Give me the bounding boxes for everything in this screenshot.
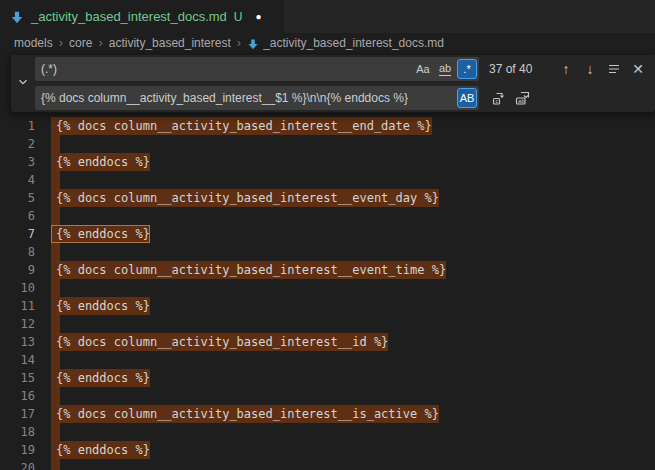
arrow-down-icon: ↓ [587,61,594,77]
breadcrumb-item-file[interactable]: _activity_based_interest_docs.md [247,36,444,50]
previous-match-button[interactable]: ↑ [555,58,577,80]
line-number: 17 [0,405,35,423]
editor-line[interactable]: 9{% docs column__activity_based_interest… [0,261,655,279]
find-input-value: (.*) [35,62,411,76]
editor-line[interactable]: 19{% enddocs %} [0,441,655,459]
editor-line[interactable]: 12 [0,315,655,333]
svg-text:ab: ab [518,98,525,104]
svg-text:c: c [495,98,498,104]
line-number: 16 [0,387,35,405]
editor-line[interactable]: 5{% docs column__activity_based_interest… [0,189,655,207]
find-match-empty-line [51,171,60,189]
line-number: 2 [0,135,35,153]
replace-button[interactable]: c [488,87,510,109]
editor-line[interactable]: 11{% enddocs %} [0,297,655,315]
tab-bar: _activity_based_interest_docs.md U ● [0,0,655,33]
editor-line[interactable]: 18 [0,423,655,441]
line-number: 19 [0,441,35,459]
line-number: 11 [0,297,35,315]
line-number: 8 [0,243,35,261]
line-number: 12 [0,315,35,333]
arrow-up-icon: ↑ [563,61,570,77]
replace-input[interactable]: {% docs column__activity_based_interest_… [35,86,479,110]
editor-line[interactable]: 8 [0,243,655,261]
line-number: 13 [0,333,35,351]
editor-line[interactable]: 1{% docs column__activity_based_interest… [0,117,655,135]
code-lines: 1{% docs column__activity_based_interest… [0,117,655,470]
chevron-down-icon [16,75,30,93]
breadcrumb-item-models[interactable]: models [14,36,53,50]
find-match: {% docs column__activity_based_interest_… [51,117,432,135]
line-number: 18 [0,423,35,441]
replace-all-icon: ab [515,90,531,106]
markdown-icon [247,38,259,50]
editor-line[interactable]: 3{% enddocs %} [0,153,655,171]
find-input[interactable]: (.*) Aa ab .* [35,57,479,81]
editor-line[interactable]: 14 [0,351,655,369]
toggle-replace-button[interactable] [11,55,35,112]
editor-line[interactable]: 2 [0,135,655,153]
breadcrumb-item-activity-based-interest[interactable]: activity_based_interest [109,36,231,50]
editor-line[interactable]: 17{% docs column__activity_based_interes… [0,405,655,423]
editor-line[interactable]: 10 [0,279,655,297]
find-match-empty-line [51,423,60,441]
find-row: (.*) Aa ab .* 37 of 40 ↑ ↓ ✕ [35,57,655,81]
editor-line[interactable]: 6 [0,207,655,225]
line-number: 10 [0,279,35,297]
replace-icon: c [491,90,507,106]
find-match: {% enddocs %} [51,153,150,171]
find-match: {% enddocs %} [51,369,150,387]
whole-word-button[interactable]: ab [435,59,455,79]
line-number: 5 [0,189,35,207]
editor-line[interactable]: 15{% enddocs %} [0,369,655,387]
breadcrumb-file-label: _activity_based_interest_docs.md [263,36,444,50]
next-match-button[interactable]: ↓ [579,58,601,80]
find-match-empty-line [51,351,60,369]
line-number: 4 [0,171,35,189]
match-case-button[interactable]: Aa [413,59,433,79]
find-match-empty-line [51,387,60,405]
editor-line[interactable]: 7{% enddocs %} [0,225,655,243]
close-icon: ✕ [632,61,644,77]
replace-row: {% docs column__activity_based_interest_… [35,86,655,110]
chevron-right-icon: › [98,35,102,50]
modified-dot-icon[interactable]: ● [256,12,262,22]
preserve-case-button[interactable]: AB [457,88,477,108]
selection-lines-icon [607,62,621,76]
find-match: {% enddocs %} [51,297,150,315]
editor-line[interactable]: 20 [0,459,655,470]
close-find-button[interactable]: ✕ [627,58,649,80]
editor-line[interactable]: 4 [0,171,655,189]
line-number: 9 [0,261,35,279]
line-number: 7 [0,225,35,243]
find-replace-widget: (.*) Aa ab .* 37 of 40 ↑ ↓ ✕ {% docs col… [10,55,655,113]
chevron-right-icon: › [237,35,241,50]
line-number: 6 [0,207,35,225]
git-status-badge: U [234,10,243,24]
line-number: 1 [0,117,35,135]
tab-activity-based-interest-docs[interactable]: _activity_based_interest_docs.md U ● [0,0,284,33]
find-match-empty-line [51,279,60,297]
find-match-empty-line [51,459,60,470]
find-match-current: {% enddocs %} [51,225,150,243]
regex-button[interactable]: .* [457,59,477,79]
tab-filename: _activity_based_interest_docs.md [31,9,227,24]
find-match: {% docs column__activity_based_interest_… [51,189,439,207]
find-match-empty-line [51,135,60,153]
find-match-empty-line [51,315,60,333]
line-number: 14 [0,351,35,369]
replace-input-value: {% docs column__activity_based_interest_… [35,91,455,105]
find-match: {% docs column__activity_based_interest_… [51,405,439,423]
find-match: {% enddocs %} [51,441,150,459]
breadcrumb-item-core[interactable]: core [69,36,92,50]
line-number: 20 [0,459,35,470]
find-match-empty-line [51,243,60,261]
code-editor[interactable]: 1{% docs column__activity_based_interest… [0,53,655,470]
editor-line[interactable]: 13{% docs column__activity_based_interes… [0,333,655,351]
line-number: 15 [0,369,35,387]
editor-line[interactable]: 16 [0,387,655,405]
find-in-selection-button[interactable] [603,58,625,80]
breadcrumb: models › core › activity_based_interest … [0,33,655,53]
replace-all-button[interactable]: ab [512,87,534,109]
find-match: {% docs column__activity_based_interest_… [51,261,446,279]
